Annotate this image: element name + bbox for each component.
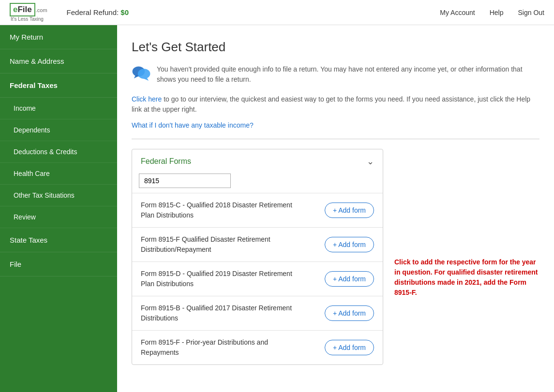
- interview-text: Click here to go to our interview, the q…: [132, 94, 539, 115]
- interview-body: to go to our interview, the quickest and…: [132, 95, 530, 113]
- sidebar-item-name-address[interactable]: Name & Address: [0, 49, 117, 73]
- click-here-link[interactable]: Click here: [132, 95, 162, 103]
- sidebar: My Return Name & Address Federal Taxes I…: [0, 25, 117, 392]
- page-title: Let's Get Started: [132, 40, 539, 55]
- forms-note: Click to add the respective form for the…: [394, 257, 539, 298]
- header-nav: My Account Help Sign Out: [440, 9, 544, 16]
- sign-out-link[interactable]: Sign Out: [518, 9, 544, 16]
- add-form-8915f-prior-button[interactable]: + Add form: [325, 340, 374, 355]
- main-layout: My Return Name & Address Federal Taxes I…: [0, 25, 554, 392]
- collapse-icon: ⌄: [367, 156, 374, 167]
- svg-marker-3: [143, 78, 149, 81]
- form-row-8915c: Form 8915-C - Qualified 2018 Disaster Re…: [132, 193, 383, 227]
- sidebar-item-dependents[interactable]: Dependents: [0, 119, 117, 141]
- sidebar-item-file[interactable]: File: [0, 252, 117, 276]
- form-8915d-label: Form 8915-D - Qualified 2019 Disaster Re…: [141, 269, 296, 289]
- search-input[interactable]: [139, 174, 231, 188]
- form-row-8915f: Form 8915-F Qualified Disaster Retiremen…: [132, 227, 383, 261]
- chat-icon: [132, 65, 151, 83]
- sidebar-item-my-return[interactable]: My Return: [0, 25, 117, 49]
- logo-box: eFile: [10, 3, 35, 16]
- info-message: You haven't provided quite enough info t…: [157, 64, 539, 85]
- refund-value: $0: [120, 8, 129, 16]
- forms-panel-title: Federal Forms: [141, 157, 191, 166]
- add-form-8915b-button[interactable]: + Add form: [325, 305, 374, 321]
- sidebar-item-federal-taxes[interactable]: Federal Taxes: [0, 73, 117, 98]
- forms-panel-header[interactable]: Federal Forms ⌄: [132, 149, 383, 174]
- sidebar-item-state-taxes[interactable]: State Taxes: [0, 228, 117, 252]
- add-form-8915f-button[interactable]: + Add form: [325, 237, 374, 252]
- search-box: [139, 174, 376, 188]
- refund-label: Federal Refund:: [67, 8, 119, 16]
- refund-display: Federal Refund: $0: [67, 8, 440, 16]
- section-divider: [132, 139, 539, 139]
- logo-com: .com: [36, 7, 47, 13]
- form-row-8915b: Form 8915-B - Qualified 2017 Disaster Re…: [132, 296, 383, 330]
- no-taxable-income-link[interactable]: What if I don't have any taxable income?: [132, 121, 539, 129]
- svg-point-2: [138, 69, 150, 79]
- form-8915f-label: Form 8915-F Qualified Disaster Retiremen…: [141, 234, 296, 255]
- logo: eFile .com It's Less Taxing: [10, 3, 47, 22]
- content-area: Let's Get Started You haven't provided q…: [117, 25, 554, 392]
- add-form-8915d-button[interactable]: + Add form: [325, 271, 374, 287]
- info-box: You haven't provided quite enough info t…: [132, 64, 539, 85]
- header: eFile .com It's Less Taxing Federal Refu…: [0, 0, 554, 25]
- federal-forms-panel: Federal Forms ⌄ Form 8915-C - Qualified …: [132, 149, 383, 365]
- logo-tagline: It's Less Taxing: [11, 16, 44, 22]
- form-row-8915f-prior: Form 8915-F - Prior-year Distributions a…: [132, 330, 383, 364]
- sidebar-item-health-care[interactable]: Health Care: [0, 163, 117, 185]
- help-link[interactable]: Help: [490, 9, 504, 16]
- form-8915b-label: Form 8915-B - Qualified 2017 Disaster Re…: [141, 303, 296, 323]
- form-row-8915d: Form 8915-D - Qualified 2019 Disaster Re…: [132, 261, 383, 296]
- form-8915f-prior-label: Form 8915-F - Prior-year Distributions a…: [141, 337, 296, 358]
- add-form-8915c-button[interactable]: + Add form: [325, 203, 374, 218]
- sidebar-item-income[interactable]: Income: [0, 98, 117, 119]
- my-account-link[interactable]: My Account: [440, 9, 475, 16]
- sidebar-item-deductions-credits[interactable]: Deductions & Credits: [0, 141, 117, 163]
- sidebar-item-review[interactable]: Review: [0, 206, 117, 228]
- sidebar-item-other-tax-situations[interactable]: Other Tax Situations: [0, 185, 117, 206]
- form-8915c-label: Form 8915-C - Qualified 2018 Disaster Re…: [141, 200, 296, 220]
